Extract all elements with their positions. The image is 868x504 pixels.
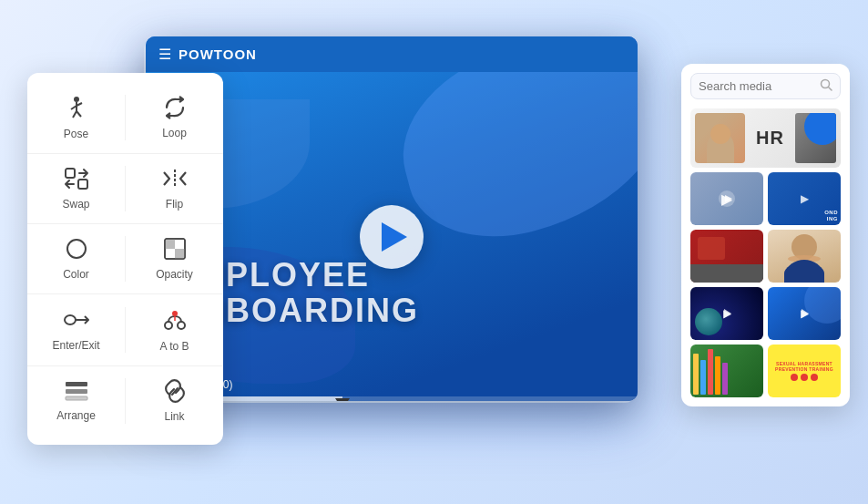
play-button-circle[interactable] (360, 205, 424, 269)
flip-icon (162, 167, 188, 194)
a-to-b-icon (162, 307, 188, 336)
enter-exit-label: Enter/Exit (52, 339, 99, 352)
earth-globe-icon (695, 308, 722, 335)
woman-shoulder (788, 255, 821, 262)
enter-exit-button[interactable]: Enter/Exit (27, 295, 125, 365)
media-thumb-harassment[interactable]: Sexual Harassment Prevention Training (768, 345, 841, 397)
search-icon (820, 78, 832, 94)
opacity-button[interactable]: Opacity (126, 224, 223, 293)
svg-point-16 (165, 322, 172, 329)
right-media-panel: HR ONDING (681, 64, 850, 406)
dot-2 (801, 374, 808, 381)
panel-row-5: Arrange Link (27, 366, 223, 436)
opacity-icon (163, 237, 187, 264)
svg-point-9 (67, 240, 86, 258)
loop-icon (162, 96, 188, 123)
swap-icon (64, 167, 89, 194)
media-thumb-hr[interactable]: HR (690, 108, 841, 168)
loop-button[interactable]: Loop (126, 83, 223, 152)
a-to-b-label: A to B (159, 340, 189, 353)
swap-label: Swap (62, 198, 89, 211)
svg-rect-22 (66, 396, 87, 400)
play-button[interactable] (360, 205, 424, 269)
link-button[interactable]: Link (126, 366, 223, 436)
panel-row-2: Swap Flip (27, 154, 223, 224)
svg-point-17 (178, 322, 185, 329)
svg-line-24 (829, 87, 832, 91)
svg-marker-28 (802, 309, 809, 318)
search-box[interactable] (690, 73, 841, 99)
color-button[interactable]: Color (27, 224, 125, 293)
woman-outfit (784, 262, 824, 283)
play-icon-meeting (718, 190, 736, 208)
opacity-label: Opacity (156, 268, 193, 281)
pencil-3 (708, 349, 713, 395)
panel-row-4: Enter/Exit A to B (27, 294, 223, 366)
hr-face-image (695, 113, 745, 163)
svg-rect-12 (175, 249, 185, 259)
dot-1 (791, 374, 798, 381)
road-line (690, 275, 763, 277)
pencil-4 (715, 356, 720, 395)
a-to-b-button[interactable]: A to B (126, 294, 223, 365)
flip-button[interactable]: Flip (126, 154, 223, 223)
car-shape (698, 237, 725, 260)
canvas-header: ☰ POWTOON (146, 36, 638, 72)
link-label: Link (164, 410, 184, 423)
media-thumb-meeting[interactable] (690, 172, 763, 225)
arrange-icon (64, 380, 89, 406)
pose-button[interactable]: Pose (27, 82, 125, 153)
enter-exit-icon (63, 308, 90, 335)
loop-label: Loop (162, 127, 187, 139)
pose-icon (64, 95, 89, 124)
hr-label-text: HR (756, 128, 784, 149)
svg-rect-20 (66, 382, 87, 386)
flip-label: Flip (166, 198, 183, 211)
road-shape (690, 266, 763, 283)
play-icon-blue (798, 307, 811, 320)
svg-point-25 (719, 190, 735, 207)
svg-point-0 (74, 97, 79, 102)
link-icon (162, 379, 188, 406)
media-thumb-pencils[interactable] (690, 345, 763, 397)
pose-label: Pose (64, 128, 88, 140)
media-thumb-space[interactable] (690, 287, 763, 340)
color-icon (65, 237, 88, 264)
harassment-title-text: Sexual Harassment Prevention Training (771, 361, 838, 372)
dot-3 (811, 374, 818, 381)
panel-row-1: Pose Loop (27, 82, 223, 154)
arrange-label: Arrange (56, 409, 96, 422)
media-grid: HR ONDING (690, 108, 841, 397)
swap-button[interactable]: Swap (27, 154, 125, 223)
onboard-text: ONDING (824, 210, 838, 222)
brand-logo: POWTOON (179, 46, 257, 62)
svg-point-18 (172, 311, 178, 316)
search-input[interactable] (699, 79, 820, 93)
pencil-5 (722, 363, 728, 395)
media-thumb-road[interactable] (690, 230, 763, 283)
svg-rect-7 (78, 180, 87, 189)
pencil-1 (693, 354, 699, 395)
svg-marker-27 (724, 309, 731, 318)
left-tool-panel: Pose Loop (27, 73, 223, 445)
play-triangle-icon (382, 222, 407, 252)
harassment-icons (791, 374, 818, 381)
color-label: Color (63, 268, 89, 281)
media-thumb-woman[interactable] (768, 230, 841, 283)
play-icon-space (720, 307, 733, 320)
svg-rect-6 (66, 169, 75, 178)
svg-line-5 (77, 111, 81, 117)
svg-line-4 (73, 111, 77, 118)
svg-rect-21 (66, 389, 87, 394)
arrange-button[interactable]: Arrange (27, 367, 125, 435)
media-thumb-blue[interactable] (768, 287, 841, 340)
panel-row-3: Color Opacity (27, 224, 223, 294)
hamburger-icon[interactable]: ☰ (158, 46, 171, 63)
svg-rect-14 (65, 315, 76, 324)
pencil-2 (700, 360, 706, 395)
timeline-marker (335, 398, 350, 401)
svg-rect-11 (165, 239, 175, 249)
svg-marker-26 (725, 195, 732, 202)
hr-right-image (795, 113, 836, 163)
media-thumb-onboarding[interactable]: ONDING (768, 172, 841, 225)
